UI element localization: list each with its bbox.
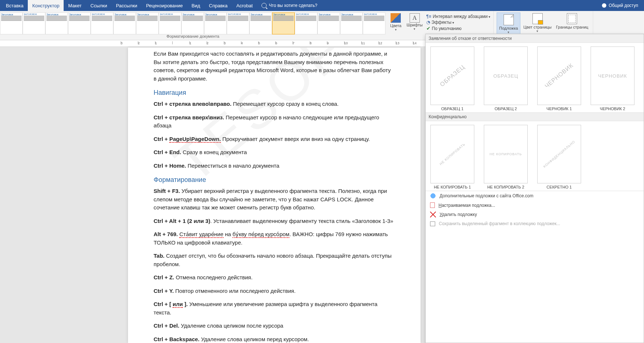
delete-icon: [430, 212, 436, 217]
wm-grid-disclaimer: ОБРАЗЕЦОБРАЗЕЦ 1ОБРАЗЕЦОБРАЗЕЦ 2ЧЕРНОВИК…: [426, 43, 644, 112]
page-borders-icon: [567, 13, 577, 24]
fonts-label: Шрифты: [407, 23, 423, 27]
set-as-default-button[interactable]: ✔По умолчанию: [426, 26, 490, 31]
watermark-caption: ЧЕРНОВИК 2: [600, 107, 625, 111]
watermark-gallery-item[interactable]: КОНФИДЕНЦИАЛЬНОСЕКРЕТНО 1: [535, 125, 583, 189]
watermark-caption: СЕКРЕТНО 1: [547, 185, 572, 189]
default-label: По умолчанию: [432, 26, 462, 31]
watermark-label: Подложка: [499, 26, 518, 30]
wm-action-office-label: Дополнительные подложки с сайта Office.c…: [440, 193, 533, 198]
style-set-thumb[interactable]: Заголовок: [249, 12, 272, 34]
style-set-thumb[interactable]: Заголовок: [317, 12, 340, 34]
style-set-thumb[interactable]: Заголовок: [0, 12, 23, 34]
style-set-thumb[interactable]: Заголовок: [136, 12, 159, 34]
gallery-group-label: Форматирование документа: [0, 34, 386, 40]
wm-action-custom[interactable]: Настраиваемая подложка...: [426, 201, 644, 210]
style-set-thumb[interactable]: Заголовок: [181, 12, 204, 34]
watermark-caption: НЕ КОПИРОВАТЬ 1: [434, 185, 471, 189]
share-button[interactable]: Общий доступ: [598, 0, 643, 11]
watermark-icon: [504, 14, 514, 25]
style-set-thumb[interactable]: ЗАГОЛОВОК: [363, 12, 385, 34]
style-set-thumb[interactable]: Заголовок: [272, 12, 295, 34]
colors-icon: [391, 13, 401, 23]
style-set-thumb[interactable]: Заголовок: [68, 12, 91, 34]
watermark-gallery-item[interactable]: НЕ КОПИРОВАТЬНЕ КОПИРОВАТЬ 1: [429, 125, 476, 189]
tab-acrobat[interactable]: Acrobat: [232, 0, 257, 11]
wm-action-save: Сохранить выделенный фрагмент в коллекци…: [426, 219, 644, 228]
watermark-gallery-item[interactable]: ОБРАЗЕЦОБРАЗЕЦ 1: [429, 46, 476, 111]
watermark-caption: ЧЕРНОВИК 1: [546, 107, 572, 111]
style-set-thumb[interactable]: Заголовок: [113, 12, 136, 34]
tab-design[interactable]: Конструктор: [28, 0, 64, 11]
style-set-thumb[interactable]: ЗАГОЛОВОК: [227, 12, 249, 34]
watermark-gallery-item[interactable]: ЧЕРНОВИКЧЕРНОВИК 2: [589, 46, 636, 111]
tab-view[interactable]: Вид: [187, 0, 205, 11]
style-set-thumb[interactable]: Заголовок: [340, 12, 363, 34]
page-color-button[interactable]: Цвет страницы: [522, 12, 553, 34]
fonts-icon: А: [410, 13, 420, 23]
document-page[interactable]: TESOFT Если Вам приходится часто составл…: [128, 48, 421, 343]
style-set-thumb[interactable]: Заголовок: [204, 12, 227, 34]
wm-section-confidential: Конфиденциально: [426, 112, 644, 121]
heading-navigation[interactable]: Навигация: [154, 88, 395, 98]
tab-review[interactable]: Рецензирование: [142, 0, 187, 11]
share-label: Общий доступ: [609, 3, 638, 8]
style-set-thumb[interactable]: Заголовок: [45, 12, 68, 34]
tab-layout[interactable]: Макет: [64, 0, 86, 11]
fonts-button[interactable]: АШрифты: [405, 12, 424, 31]
wm-section-disclaimer: Заявления об отказе от ответственности: [426, 34, 644, 43]
paragraph-spacing-label: Интервал между абзацами: [433, 14, 490, 19]
save-icon: [430, 221, 435, 226]
watermark-gallery-item[interactable]: ОБРАЗЕЦОБРАЗЕЦ 2: [482, 46, 530, 111]
watermark-button[interactable]: Подложка: [497, 12, 520, 36]
document-body[interactable]: Если Вам приходится часто составлять и р…: [154, 50, 395, 343]
watermark-gallery-panel: Заявления об отказе от ответственности О…: [425, 34, 644, 343]
tab-help[interactable]: Справка: [204, 0, 232, 11]
watermark-caption: ОБРАЗЕЦ 1: [441, 107, 464, 111]
page-color-label: Цвет страницы: [523, 25, 551, 29]
tab-references[interactable]: Ссылки: [86, 0, 112, 11]
document-styles-gallery[interactable]: ЗаголовокЗАГОЛОВОКЗаголовокЗаголовокЗАГО…: [0, 11, 386, 40]
tell-me-search[interactable]: Что вы хотите сделать?: [257, 0, 322, 11]
wm-action-save-label: Сохранить выделенный фрагмент в коллекци…: [439, 221, 560, 226]
check-icon: ✔: [426, 26, 430, 31]
heading-formatting[interactable]: Форматирование: [154, 175, 395, 185]
page-borders-label: Границы страниц: [556, 25, 588, 29]
tell-me-label: Что вы хотите сделать?: [269, 3, 317, 8]
wm-action-office[interactable]: Дополнительные подложки с сайта Office.c…: [426, 191, 644, 201]
lightbulb-icon: [261, 3, 267, 8]
colors-button[interactable]: Цвета: [389, 12, 403, 32]
colors-label: Цвета: [390, 23, 402, 28]
globe-icon: [430, 193, 436, 199]
watermark-gallery-item[interactable]: ЧЕРНОВИКЧЕРНОВИК 1: [535, 46, 583, 111]
tab-mailings[interactable]: Рассылки: [112, 0, 142, 11]
intro-paragraph[interactable]: Если Вам приходится часто составлять и р…: [154, 50, 395, 83]
effects-label: Эффекты: [432, 20, 454, 25]
document-icon: [430, 202, 435, 208]
style-set-thumb[interactable]: ЗАГОЛОВОК: [295, 12, 317, 34]
effects-button[interactable]: ◔Эффекты: [426, 20, 490, 25]
watermark-caption: НЕ КОПИРОВАТЬ 2: [487, 185, 524, 189]
page-color-icon: [532, 13, 543, 24]
tab-insert[interactable]: Вставка: [1, 0, 28, 11]
person-icon: [602, 3, 606, 8]
wm-grid-confidential: НЕ КОПИРОВАТЬНЕ КОПИРОВАТЬ 1НЕ КОПИРОВАТ…: [426, 121, 644, 191]
style-set-thumb[interactable]: ЗАГОЛОВОК: [159, 12, 181, 34]
paragraph-spacing-button[interactable]: ¶≡Интервал между абзацами: [426, 14, 490, 19]
watermark-caption: ОБРАЗЕЦ 2: [495, 107, 517, 111]
style-set-thumb[interactable]: ЗАГОЛОВОК: [23, 12, 45, 34]
ribbon-tabs-bar: Вставка Конструктор Макет Ссылки Рассылк…: [0, 0, 644, 11]
watermark-gallery-item[interactable]: НЕ КОПИРОВАТЬНЕ КОПИРОВАТЬ 2: [482, 125, 530, 189]
wm-action-remove[interactable]: Удалить подложку: [426, 210, 644, 219]
wm-actions: Дополнительные подложки с сайта Office.c…: [426, 191, 644, 228]
page-borders-button[interactable]: Границы страниц: [554, 12, 590, 30]
style-set-thumb[interactable]: ЗАГОЛОВОК: [91, 12, 113, 34]
